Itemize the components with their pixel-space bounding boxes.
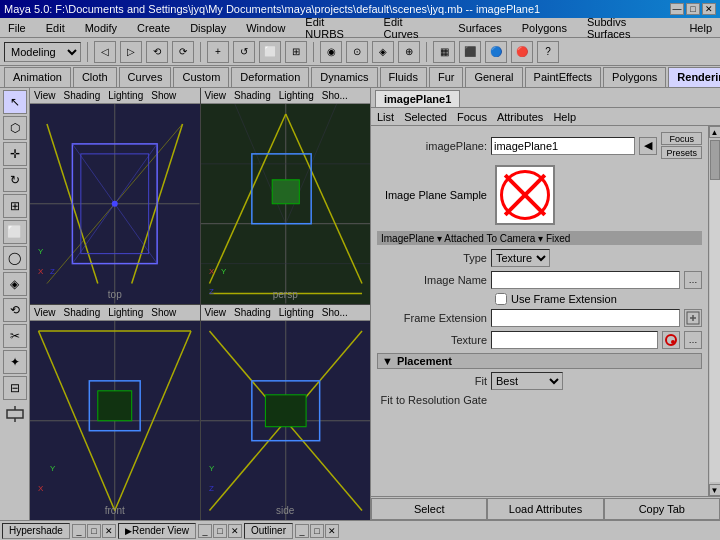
imageplane-btn-1[interactable]: ◀ <box>639 137 657 155</box>
frame-ext-btn[interactable] <box>684 309 702 327</box>
toolbar-btn-14[interactable]: ⬛ <box>459 41 481 63</box>
menu-edit-nurbs[interactable]: Edit NURBS <box>301 15 367 41</box>
select-button[interactable]: Select <box>371 498 487 520</box>
hypershade-minimize-btn[interactable]: _ <box>72 524 86 538</box>
toolbar-btn-16[interactable]: 🔴 <box>511 41 533 63</box>
vp-side-view[interactable]: View <box>205 307 227 318</box>
render-maximize-btn[interactable]: □ <box>213 524 227 538</box>
frame-ext-input[interactable] <box>491 309 680 327</box>
toolbar-btn-1[interactable]: ◁ <box>94 41 116 63</box>
viewport-front-canvas[interactable]: X Y front <box>30 321 200 521</box>
vp-persp-shading[interactable]: Shading <box>234 90 271 101</box>
tab-curves[interactable]: Curves <box>119 67 172 87</box>
tool-scale[interactable]: ⊞ <box>3 194 27 218</box>
use-frame-ext-checkbox[interactable] <box>495 293 507 305</box>
toolbar-btn-10[interactable]: ⊙ <box>346 41 368 63</box>
viewport-side-canvas[interactable]: Y Z side <box>201 321 371 521</box>
viewport-side[interactable]: View Shading Lighting Sho... Y Z <box>201 305 371 521</box>
viewport-top-canvas[interactable]: X Y Z top <box>30 104 200 304</box>
toolbar-btn-7[interactable]: ⬜ <box>259 41 281 63</box>
menu-modify[interactable]: Modify <box>81 21 121 35</box>
toolbar-btn-17[interactable]: ? <box>537 41 559 63</box>
tool-bend[interactable]: ⊟ <box>3 376 27 400</box>
tab-polygons[interactable]: Polygons <box>603 67 666 87</box>
tab-rendering[interactable]: Rendering <box>668 67 720 87</box>
tool-move[interactable]: ✛ <box>3 142 27 166</box>
menu-subdivs[interactable]: Subdivs Surfaces <box>583 15 673 41</box>
tab-dynamics[interactable]: Dynamics <box>311 67 377 87</box>
toolbar-btn-13[interactable]: ▦ <box>433 41 455 63</box>
vp-persp-lighting[interactable]: Lighting <box>279 90 314 101</box>
load-attributes-button[interactable]: Load Attributes <box>487 498 603 520</box>
fit-dropdown[interactable]: Best Fill Horizontal Vertical To Size <box>491 372 563 390</box>
vp-front-shading[interactable]: Shading <box>64 307 101 318</box>
texture-browse-btn[interactable]: … <box>684 331 702 349</box>
vp-top-shading[interactable]: Shading <box>64 90 101 101</box>
type-dropdown[interactable]: Texture Fixed <box>491 249 550 267</box>
tab-fur[interactable]: Fur <box>429 67 464 87</box>
vp-persp-view[interactable]: View <box>205 90 227 101</box>
toolbar-btn-11[interactable]: ◈ <box>372 41 394 63</box>
toolbar-btn-5[interactable]: + <box>207 41 229 63</box>
presets-button[interactable]: Presets <box>661 146 702 159</box>
vp-top-view[interactable]: View <box>34 90 56 101</box>
viewport-persp[interactable]: View Shading Lighting Sho... <box>201 88 371 304</box>
menu-display[interactable]: Display <box>186 21 230 35</box>
scrollbar-thumb[interactable] <box>710 140 720 180</box>
render-close-btn[interactable]: ✕ <box>228 524 242 538</box>
toolbar-btn-3[interactable]: ⟲ <box>146 41 168 63</box>
tab-general[interactable]: General <box>465 67 522 87</box>
imageplane-input[interactable] <box>491 137 635 155</box>
menu-polygons[interactable]: Polygons <box>518 21 571 35</box>
tool-cut[interactable]: ✂ <box>3 324 27 348</box>
panel-menu-selected[interactable]: Selected <box>404 111 447 123</box>
vp-front-view[interactable]: View <box>34 307 56 318</box>
texture-btn[interactable] <box>662 331 680 349</box>
panel-menu-list[interactable]: List <box>377 111 394 123</box>
outliner-close-btn[interactable]: ✕ <box>325 524 339 538</box>
panel-tab-imageplane1[interactable]: imagePlane1 <box>375 90 460 107</box>
tab-deformation[interactable]: Deformation <box>231 67 309 87</box>
scrollbar-down-btn[interactable]: ▼ <box>709 484 721 496</box>
scrollbar-track[interactable] <box>710 140 720 482</box>
tool-snap[interactable]: ✦ <box>3 350 27 374</box>
vp-top-lighting[interactable]: Lighting <box>108 90 143 101</box>
tab-cloth[interactable]: Cloth <box>73 67 117 87</box>
tool-select[interactable]: ↖ <box>3 90 27 114</box>
viewport-persp-canvas[interactable]: X Y Z persp <box>201 104 371 304</box>
menu-surfaces[interactable]: Surfaces <box>454 21 505 35</box>
vp-front-lighting[interactable]: Lighting <box>108 307 143 318</box>
menu-edit-curves[interactable]: Edit Curves <box>380 15 443 41</box>
minimize-button[interactable]: — <box>670 3 684 15</box>
tool-rotate[interactable]: ↻ <box>3 168 27 192</box>
texture-input[interactable] <box>491 331 658 349</box>
scrollbar-up-btn[interactable]: ▲ <box>709 126 721 138</box>
image-name-browse-btn[interactable]: … <box>684 271 702 289</box>
hypershade-maximize-btn[interactable]: □ <box>87 524 101 538</box>
vp-side-show[interactable]: Sho... <box>322 307 348 318</box>
menu-help[interactable]: Help <box>685 21 716 35</box>
toolbar-btn-12[interactable]: ⊕ <box>398 41 420 63</box>
panel-menu-focus[interactable]: Focus <box>457 111 487 123</box>
vp-persp-show[interactable]: Sho... <box>322 90 348 101</box>
outliner-maximize-btn[interactable]: □ <box>310 524 324 538</box>
toolbar-btn-8[interactable]: ⊞ <box>285 41 307 63</box>
toolbar-btn-2[interactable]: ▷ <box>120 41 142 63</box>
modeling-dropdown[interactable]: Modeling Animation Rendering <box>4 42 81 62</box>
viewport-top[interactable]: View Shading Lighting Show <box>30 88 200 304</box>
tab-animation[interactable]: Animation <box>4 67 71 87</box>
menu-file[interactable]: File <box>4 21 30 35</box>
copy-tab-button[interactable]: Copy Tab <box>604 498 720 520</box>
toolbar-btn-9[interactable]: ◉ <box>320 41 342 63</box>
vp-side-shading[interactable]: Shading <box>234 307 271 318</box>
tool-lasso[interactable]: ⬡ <box>3 116 27 140</box>
tool-paint[interactable]: ◈ <box>3 272 27 296</box>
panel-menu-attributes[interactable]: Attributes <box>497 111 543 123</box>
vp-front-show[interactable]: Show <box>151 307 176 318</box>
taskbar-outliner[interactable]: Outliner <box>244 523 293 539</box>
focus-button[interactable]: Focus <box>661 132 702 145</box>
menu-create[interactable]: Create <box>133 21 174 35</box>
menu-edit[interactable]: Edit <box>42 21 69 35</box>
panel-menu-help[interactable]: Help <box>553 111 576 123</box>
placement-header[interactable]: ▼ Placement <box>377 353 702 369</box>
